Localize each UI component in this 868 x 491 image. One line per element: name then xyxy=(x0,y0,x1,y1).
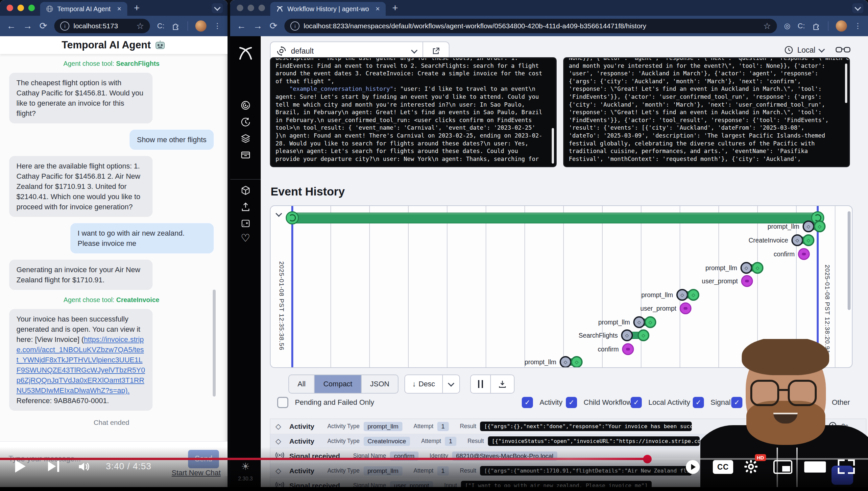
pause-button[interactable] xyxy=(471,375,491,393)
password-manager-icon[interactable]: ◎ xyxy=(784,22,790,30)
archive-icon[interactable] xyxy=(240,149,251,161)
checkbox-checked[interactable]: ✓ xyxy=(566,397,577,408)
nexus-cube-icon[interactable] xyxy=(240,185,251,196)
scrollbar-thumb[interactable] xyxy=(552,128,554,164)
activity-scheduled-dot[interactable]: ◇ xyxy=(803,221,814,232)
zoom-window-button[interactable] xyxy=(258,5,265,11)
namespace-select[interactable]: default xyxy=(271,46,423,56)
timeline-scrollbar[interactable] xyxy=(848,211,850,310)
activity-scheduled-dot[interactable]: ◇ xyxy=(560,356,571,368)
activity-scheduled-dot[interactable]: ◇ xyxy=(676,289,688,301)
close-window-button[interactable] xyxy=(237,5,243,11)
invoice-link[interactable]: https://invoice.stripe.com/i/acct_1NBOLu… xyxy=(17,335,145,395)
new-tab-button[interactable]: + xyxy=(134,2,140,13)
sort-options-chevron[interactable] xyxy=(443,375,459,393)
volume-icon[interactable] xyxy=(77,460,90,473)
browser-tab-left[interactable]: Temporal AI Agent × xyxy=(40,2,127,16)
extensions-puzzle-icon[interactable] xyxy=(812,22,820,30)
fullscreen-button[interactable] xyxy=(838,459,855,474)
checkbox-unchecked[interactable] xyxy=(277,397,288,408)
activity-scheduled-dot[interactable]: ◇ xyxy=(633,316,645,328)
codec-server-icon[interactable] xyxy=(240,218,251,229)
download-button[interactable] xyxy=(491,375,514,393)
zoom-window-button[interactable] xyxy=(28,5,35,11)
view-mode-all[interactable]: All xyxy=(289,375,315,393)
signal-dot[interactable] xyxy=(680,302,691,314)
signal-dot[interactable] xyxy=(741,275,753,287)
favorites-heart-icon[interactable]: ♡ xyxy=(241,232,250,244)
sort-desc-button[interactable]: ↓ Desc xyxy=(405,375,443,393)
close-tab-icon[interactable]: × xyxy=(375,5,380,13)
new-tab-button[interactable]: + xyxy=(392,2,398,13)
browser-menu-icon[interactable]: ⋮ xyxy=(214,22,221,30)
schedules-icon[interactable] xyxy=(240,116,251,128)
minimize-window-button[interactable] xyxy=(18,5,24,11)
site-info-icon[interactable]: i xyxy=(290,21,300,31)
code-panel-prompt[interactable]: description": "Help the user gather args… xyxy=(270,57,557,167)
workflows-icon[interactable] xyxy=(240,100,251,111)
bookmark-star-icon[interactable]: ☆ xyxy=(763,21,771,31)
scrollbar-thumb[interactable] xyxy=(845,63,847,103)
activity-scheduled-dot[interactable]: ◇ xyxy=(621,329,633,341)
forward-button[interactable]: → xyxy=(23,21,32,31)
macos-traffic-lights[interactable] xyxy=(0,5,40,11)
workflow-start-marker[interactable] xyxy=(286,211,299,225)
reload-button[interactable]: ⟳ xyxy=(39,21,47,31)
captions-button[interactable]: CC xyxy=(713,460,733,474)
address-bar[interactable]: i localhost:8233/namespaces/default/work… xyxy=(284,19,777,33)
activity-completed-dot[interactable]: ◇ xyxy=(803,234,814,246)
view-mode-json[interactable]: JSON xyxy=(362,375,398,393)
site-info-icon[interactable]: i xyxy=(60,21,69,31)
reload-button[interactable]: ⟳ xyxy=(270,21,277,31)
checkbox-checked[interactable]: ✓ xyxy=(522,397,533,408)
activity-completed-dot[interactable]: ◇ xyxy=(638,329,649,341)
labs-glasses-icon[interactable] xyxy=(835,45,850,55)
companion-extension-icon[interactable]: C: xyxy=(798,22,805,30)
checkbox-checked[interactable]: ✓ xyxy=(631,397,642,408)
activity-completed-dot[interactable]: ◇ xyxy=(571,356,583,368)
bookmark-star-icon[interactable]: ☆ xyxy=(136,21,144,31)
activity-completed-dot[interactable]: ◇ xyxy=(752,262,764,274)
pending-failed-filter[interactable]: Pending and Failed Only xyxy=(277,397,374,408)
view-mode-compact[interactable]: Compact xyxy=(315,375,361,393)
import-icon[interactable] xyxy=(240,201,251,212)
filter-activity[interactable]: ✓Activity xyxy=(522,397,563,408)
signal-dot[interactable] xyxy=(622,343,634,355)
browser-tab-right[interactable]: Workflow History | agent-wo × xyxy=(270,2,386,16)
back-button[interactable]: ← xyxy=(237,21,246,31)
chat-scrollbar[interactable] xyxy=(213,290,216,397)
autoplay-toggle[interactable] xyxy=(686,460,700,474)
profile-avatar[interactable] xyxy=(836,21,847,32)
theater-mode-button[interactable] xyxy=(804,461,826,472)
temporal-logo-icon[interactable] xyxy=(237,45,254,62)
settings-gear-icon[interactable] xyxy=(744,459,758,474)
minimize-window-button[interactable] xyxy=(248,5,254,11)
activity-scheduled-dot[interactable]: ◇ xyxy=(792,234,803,246)
miniplayer-button[interactable] xyxy=(773,460,793,474)
workflow-execution-bar[interactable] xyxy=(292,212,818,224)
profile-avatar[interactable] xyxy=(195,21,207,32)
activity-completed-dot[interactable]: ◇ xyxy=(644,316,656,328)
tab-search-button[interactable] xyxy=(852,3,863,13)
filter-child-workflow[interactable]: ✓Child Workflow xyxy=(566,397,631,408)
extensions-puzzle-icon[interactable] xyxy=(172,22,180,30)
filter-local-activity[interactable]: ✓Local Activity xyxy=(631,397,690,408)
activity-completed-dot[interactable]: ◇ xyxy=(687,289,699,301)
code-panel-history[interactable]: None}}, {'actor': 'agent', 'response': {… xyxy=(563,57,850,167)
timezone-select[interactable]: Local xyxy=(784,46,824,55)
activity-scheduled-dot[interactable]: ◇ xyxy=(740,262,752,274)
signal-dot[interactable] xyxy=(798,248,810,260)
collapse-timeline-icon[interactable] xyxy=(277,211,281,217)
activity-completed-dot[interactable]: ◇ xyxy=(814,221,826,232)
tab-search-button[interactable] xyxy=(212,3,223,13)
forward-button[interactable]: → xyxy=(253,21,262,31)
macos-traffic-lights[interactable] xyxy=(230,5,270,11)
browser-menu-icon[interactable]: ⋮ xyxy=(854,22,861,30)
close-tab-icon[interactable]: × xyxy=(117,5,121,13)
back-button[interactable]: ← xyxy=(7,21,16,31)
close-window-button[interactable] xyxy=(7,5,13,11)
play-button[interactable] xyxy=(15,460,26,472)
address-bar[interactable]: i localhost:5173 ☆ xyxy=(54,19,150,33)
stacks-icon[interactable] xyxy=(240,133,251,144)
companion-extension-icon[interactable]: C: xyxy=(157,22,164,30)
